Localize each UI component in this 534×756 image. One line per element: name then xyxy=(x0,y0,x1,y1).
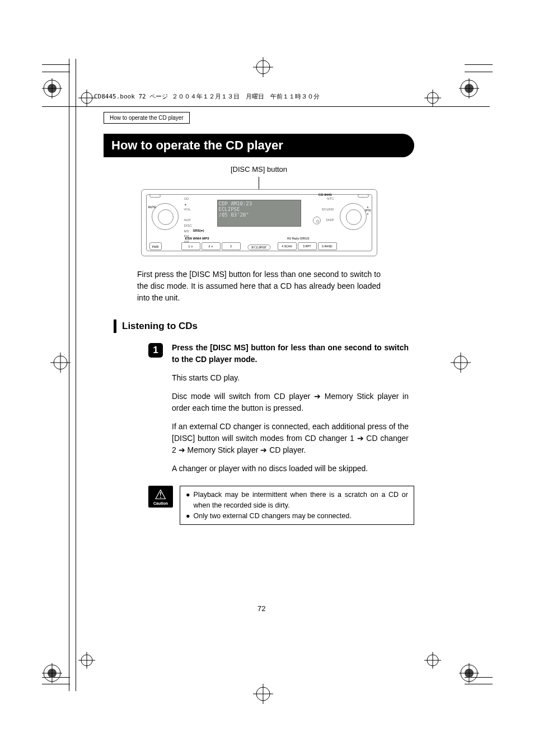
breadcrumb: How to operate the CD player xyxy=(104,112,190,124)
crop-mark xyxy=(42,72,70,72)
lcd-display: CDP AM10:23 ECLIPSE ♪05 03'20" xyxy=(217,200,301,227)
intro-paragraph: First press the [DISC MS] button for les… xyxy=(137,269,381,304)
esn-label: ESN WMA MP3 xyxy=(185,237,209,240)
registration-cross-icon xyxy=(253,684,273,704)
side-arrows-label: ∧ RTN ∨ xyxy=(365,205,371,215)
preset-button: 6 RAND xyxy=(318,242,337,250)
caution-item: Playback may be intermittent when there … xyxy=(194,490,408,511)
srs-label: SRS(●) xyxy=(193,229,204,232)
page-number: 72 xyxy=(257,604,265,613)
caution-box: ⚠ Caution ●Playback may be intermittent … xyxy=(148,486,414,525)
bullet-icon: ● xyxy=(186,490,190,511)
crop-mark xyxy=(465,684,493,684)
crop-mark xyxy=(42,684,70,684)
down-arrow-label: ∨ xyxy=(365,212,371,215)
hd-radio-label: HD Radio SIRIUS xyxy=(287,237,310,240)
callout-label: [DISC MS] button xyxy=(104,165,414,173)
power-button-label: PWR xyxy=(149,242,162,250)
crop-guide-h xyxy=(42,106,490,107)
crop-mark xyxy=(465,72,493,72)
caution-list: ●Playback may be intermittent when there… xyxy=(180,486,414,525)
eject-slot-icon xyxy=(149,194,161,198)
registration-cross-icon xyxy=(424,90,441,106)
eject-slot-icon xyxy=(358,194,369,198)
print-header-jp: CD8445.book 72 ページ ２００４年１２月１３日 月曜日 午前１１時… xyxy=(94,92,320,101)
crop-guide-v2 xyxy=(76,59,76,691)
registration-cross-icon xyxy=(424,652,441,669)
device-button-row: 1 ∨ 2 ∧ 3 4 SCAN 5 RPT 6 RAND xyxy=(181,242,338,250)
warning-triangle-icon: ⚠ xyxy=(148,488,173,501)
mute-label: MUTE xyxy=(148,205,156,209)
registration-target-icon xyxy=(459,78,479,98)
section-heading: Listening to CDs xyxy=(114,320,414,333)
caution-icon: ⚠ Caution xyxy=(148,486,173,508)
disc-icon xyxy=(313,217,321,224)
crop-mark xyxy=(465,64,493,65)
crop-guide-v1 xyxy=(69,59,69,691)
step-number-badge: 1 xyxy=(148,343,163,358)
step-row: 1 Press the [DISC MS] button for less th… xyxy=(148,342,414,481)
registration-target-icon xyxy=(459,663,479,683)
preset-button: 4 SCAN xyxy=(278,242,297,250)
step-paragraph: Disc mode will switch from CD player ➔ M… xyxy=(172,391,409,414)
registration-cross-icon xyxy=(78,652,95,669)
registration-cross-icon xyxy=(451,353,471,373)
page-title: How to operate the CD player xyxy=(104,134,414,157)
bullet-icon: ● xyxy=(186,511,190,522)
caution-item: Only two external CD changers may be con… xyxy=(194,511,352,522)
step-paragraph: A changer or player with no discs loaded… xyxy=(172,463,409,475)
callout-leader-line xyxy=(259,177,259,189)
step-paragraph: If an external CD changer is connected, … xyxy=(172,421,409,456)
preset-button: 3 xyxy=(222,242,241,250)
step-title: Press the [DISC MS] button for less than… xyxy=(172,342,409,365)
registration-target-icon xyxy=(42,663,62,683)
step-paragraph: This starts CD play. xyxy=(172,372,409,384)
registration-cross-icon xyxy=(253,57,273,77)
preset-button: 2 ∧ xyxy=(202,242,221,250)
registration-target-icon xyxy=(42,78,62,98)
caution-label: Caution xyxy=(148,501,173,505)
control-knob-icon xyxy=(340,203,367,230)
preset-button: 1 ∨ xyxy=(181,242,200,250)
registration-cross-icon xyxy=(50,353,71,373)
device-illustration: CD 8445 MUTE ∧ RTN ∨ CD ▲ VOL AUX DISC M… xyxy=(141,189,377,256)
crop-mark xyxy=(42,64,70,65)
preset-button: 5 RPT xyxy=(298,242,317,250)
lcd-line: ♪05 03'20" xyxy=(219,213,299,218)
registration-cross-icon xyxy=(78,90,95,106)
device-right-labels: NTC SOUND DISP xyxy=(322,196,334,223)
